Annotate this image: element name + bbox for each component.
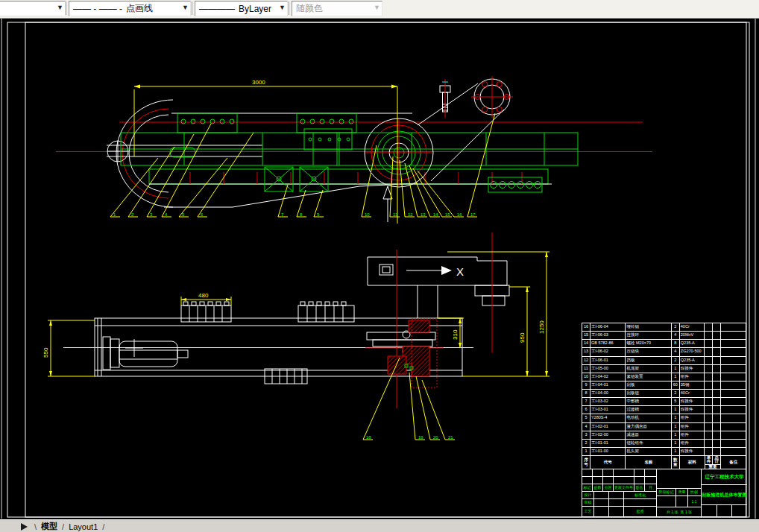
callout-number: 20 [433, 435, 438, 440]
plotstyle-dropdown: 随颜色 ▼ [292, 1, 382, 16]
bom-cell [705, 348, 713, 355]
bom-cell: 工I-01-00 [590, 448, 626, 455]
bom-cell [713, 373, 721, 381]
bom-cell: 过渡槽 [626, 406, 671, 414]
part-callout: 7 [278, 185, 288, 217]
bom-cell [705, 357, 713, 364]
dim-body-width: 550 [42, 320, 95, 376]
chevron-down-icon[interactable]: ▼ [57, 4, 63, 11]
bom-cell: 螺栓 M20×70 [626, 340, 671, 347]
callout-number: 6 [201, 212, 204, 217]
bom-cell: 11 [582, 365, 590, 373]
rack-right [298, 302, 354, 322]
bolt-detail [440, 79, 450, 118]
label-weight: 质量 [676, 489, 688, 495]
tab-model[interactable]: 模型 [41, 521, 57, 532]
callout-number: 13 [421, 212, 426, 217]
linetype-dropdown[interactable]: —— - —— - 点画线 ▼ [69, 1, 191, 16]
bom-cell [705, 323, 713, 331]
bom-cell [705, 448, 713, 455]
bom-cell: 挡板 [626, 357, 671, 364]
bom-cell [721, 414, 746, 422]
bom-cell: 40Cr [680, 390, 705, 397]
dim-text: 480 [198, 292, 209, 299]
bom-cell [713, 365, 721, 373]
chain-links [488, 177, 542, 192]
bom-cell [721, 323, 746, 331]
dim-height-inner: 950 [509, 287, 530, 376]
bom-cell [705, 390, 713, 397]
dim-text: 3000 [252, 79, 265, 86]
bom-cell: 5 [672, 398, 680, 405]
tab-separator: / [102, 522, 104, 531]
bom-cell [713, 423, 721, 431]
bom-cell: 1 [672, 431, 680, 439]
bom-cell: 链轮组件 [626, 440, 671, 447]
bom-cell: 2 [672, 357, 680, 364]
layer-dropdown[interactable]: ▼ [0, 1, 66, 16]
linetype-sample: —— - —— - [69, 4, 122, 14]
bom-cell: 组件 [680, 414, 705, 422]
tab-nav-icon[interactable] [21, 523, 28, 531]
tab-layout1[interactable]: Layout1 [69, 522, 98, 531]
bolt-plate-left [177, 113, 237, 133]
label-standardize: 标准化 [624, 492, 656, 498]
bom-cell [705, 431, 713, 439]
motor [103, 337, 188, 370]
bom-cell [705, 373, 713, 381]
bom-cell [713, 414, 721, 422]
bom-cell [705, 423, 713, 431]
bom-cell: 15 [582, 332, 590, 339]
bom-cell [721, 340, 746, 347]
title-block: 标记 处数 分区 更改文件号 签名 年、月、日 设计 标准化 审核 [582, 469, 746, 517]
bom-cell [721, 431, 746, 439]
bom-col-name: 名称 [626, 456, 671, 469]
gearbox [304, 129, 352, 165]
label-count: 处数 [593, 484, 603, 491]
label-change-doc: 更改文件号 [614, 484, 634, 491]
bom-cell [721, 448, 746, 455]
bom-cell: 工I-04-00 [590, 390, 626, 397]
bom-cell: 2 [582, 440, 590, 447]
bom-cell: 16 [582, 323, 590, 331]
callout-number: 8 [300, 212, 303, 217]
bom-cell [721, 348, 746, 355]
callout-number: 5 [182, 212, 185, 217]
bom-cell: 焊接件 [680, 448, 705, 455]
line-sample: ———— [195, 4, 235, 14]
chevron-down-icon[interactable]: ▼ [279, 4, 286, 11]
bom-cell [721, 332, 746, 339]
bom-header: 序号 代号 名称 数量 材料 单件 总计 重量 备注 [582, 456, 746, 469]
label-design: 设计 [582, 492, 594, 498]
bom-row: 8工I-04-00刮板链240Cr [582, 390, 746, 398]
bom-cell: 工I-01-01 [590, 440, 626, 447]
bom-cell: 1 [672, 423, 680, 431]
bom-cell: 工I-06-04 [590, 323, 626, 331]
label-check: 审核 [582, 499, 594, 506]
bom-cell: 组件 [680, 440, 705, 447]
label-mark: 标记 [582, 484, 593, 491]
callout-number: 4 [165, 212, 168, 217]
bom-col-weight-label: 重量 [708, 465, 717, 469]
bom-row: 5Y280S-4电动机1组件 [582, 414, 746, 422]
bom-row: 6工I-03-01过渡槽1焊接件 [582, 406, 746, 414]
chevron-down-icon[interactable]: ▼ [182, 4, 189, 11]
label-approve: 批准 [624, 507, 656, 516]
bom-cell: 中部槽 [626, 398, 671, 405]
bom-col-weight-unit: 单件 [705, 456, 714, 464]
scale-value: 1:1 [688, 496, 700, 507]
support-jacks [265, 167, 328, 191]
bom-cell: 12 [582, 357, 590, 364]
bom-cell: 4 [672, 332, 680, 339]
bom-cell: 电动机 [626, 414, 671, 422]
bom-cell: 1 [672, 365, 680, 373]
bom-cell: 刮板 [626, 381, 671, 389]
callout-number: 9 [317, 212, 320, 217]
chain-pitch-ticks [190, 172, 522, 184]
bom-col-weight-total: 总计 [713, 456, 720, 464]
bom-rows: 16工I-06-04哑铃销240Cr15工I-06-03连接环420MnV14G… [582, 323, 746, 456]
part-callout: 10 [362, 145, 377, 217]
bom-cell: 9 [582, 381, 590, 389]
bom-cell: 4 [582, 423, 590, 431]
lineweight-dropdown[interactable]: ———— ByLayer ▼ [195, 1, 288, 16]
